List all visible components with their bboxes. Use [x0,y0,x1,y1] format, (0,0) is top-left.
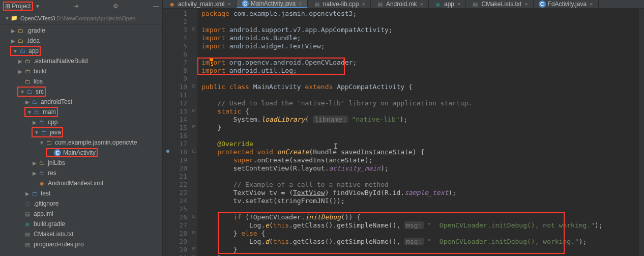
close-icon[interactable]: × [362,1,365,7]
expand-arrow-icon[interactable]: ▶ [24,99,31,105]
code-line[interactable]: import android.util.Log; [201,67,640,75]
fold-toggle[interactable]: ⊟ [190,25,197,33]
expand-arrow-icon[interactable]: ▶ [10,28,16,34]
code-line[interactable] [201,132,640,140]
tree-item[interactable]: ▶🗀build [0,66,162,76]
tree-item[interactable]: ▶🗀test [0,188,162,198]
code-line[interactable]: } [201,246,640,254]
tree-item[interactable]: ▶🗀res [0,168,162,178]
code-line[interactable]: } else { [201,230,640,238]
close-icon[interactable]: × [457,1,460,7]
tree-item[interactable]: ▶🗀.externalNativeBuild [0,56,162,66]
tree-item[interactable]: ▼🗀java [0,127,162,137]
editor-tab[interactable]: CFdActivity.java× [534,0,599,8]
code-line[interactable]: import android.widget.TextView; [201,42,640,50]
code-line[interactable]: import org.opencv.android.OpenCVLoader; [201,59,640,67]
expand-arrow-icon[interactable]: ▶ [32,120,38,125]
tree-item[interactable]: ▶🗀cpp [0,117,162,127]
tree-item[interactable]: ▼🗀com.example.jasmin.opencvte [0,137,162,148]
code-line[interactable]: } [201,254,640,256]
tree-item[interactable]: ▶🗀.gradle [0,25,162,36]
tree-item[interactable]: ◉build.gradle [0,219,162,229]
code-line[interactable]: setContentView(R.layout.activity_main); [201,164,640,173]
tree-item[interactable]: ▼🗀src [0,87,162,97]
code-line[interactable]: Log.e(this.getClass().getSimpleName(), m… [201,221,640,230]
expand-arrow-icon[interactable]: ▶ [17,69,23,74]
fold-toggle[interactable]: ⊟ [190,106,197,115]
code-line[interactable]: import android.support.v7.app.AppCompatA… [201,26,640,34]
fold-gutter[interactable]: ⊟⊟⊟⊟⊟⊟⊟⊟⊟ [190,9,197,256]
editor-tab[interactable]: CMainActivity.java× [237,0,308,8]
expand-arrow-icon[interactable]: ▼ [12,48,18,54]
close-icon[interactable]: × [299,1,302,7]
chevron-down-icon[interactable]: ▾ [36,3,39,10]
fold-toggle[interactable]: ⊟ [190,229,197,237]
tree-item[interactable]: ◌.gitignore [0,198,162,209]
tree-item[interactable]: CMainActivity [0,148,162,158]
expand-arrow-icon[interactable]: ▶ [24,191,31,196]
code-line[interactable]: System.loadLibrary( libname: "native-lib… [201,116,640,124]
code-line[interactable]: TextView tv = (TextView) findViewById(R.… [201,189,640,197]
scrollbar[interactable] [639,9,644,256]
code-line[interactable]: // Example of a call to a native method [201,181,640,189]
code-line[interactable]: public class MainActivity extends AppCom… [201,83,640,91]
code-line[interactable] [201,205,640,213]
code-line[interactable]: static { [201,107,640,116]
override-gutter-icon[interactable]: ● [163,147,173,155]
code-line[interactable]: tv.setText(stringFromJNI()); [201,197,640,205]
tree-item[interactable]: ▶🗀.idea [0,36,162,46]
code-line[interactable]: super.onCreate(savedInstanceState); [201,156,640,164]
expand-arrow-icon[interactable]: ▶ [10,38,16,44]
tree-item[interactable]: ▶🗀jniLibs [0,158,162,168]
expand-arrow-icon[interactable]: ▶ [32,170,38,176]
editor-tab[interactable]: ◆activity_main.xml× [163,0,237,8]
editor[interactable]: ● 12345678910111213141516171819202122232… [163,9,644,256]
code-line[interactable]: package com.example.jasmin.opencvtest3; [201,10,640,18]
fold-toggle[interactable]: ⊟ [190,212,197,220]
tree-item[interactable]: ▶🗀androidTest [0,97,162,107]
expand-arrow-icon[interactable]: ▼ [19,89,25,95]
editor-tab[interactable]: ▤CMakeLists.txt× [466,0,533,8]
fold-toggle[interactable]: ⊟ [190,123,197,131]
code-line[interactable]: @Override [201,140,640,148]
collapse-icon[interactable]: ⇥ [73,3,78,10]
fold-toggle[interactable]: ⊟ [190,147,197,155]
close-icon[interactable]: × [524,1,528,7]
tree-item[interactable]: ▤proguard-rules.pro [0,239,162,249]
code-line[interactable] [201,75,640,83]
fold-toggle[interactable]: ⊟ [190,253,197,256]
editor-tab[interactable]: ▤native-lib.cpp× [308,0,371,8]
code-line[interactable] [201,18,640,26]
tree-item[interactable]: ▼🗀main [0,107,162,117]
editor-tab[interactable]: ▤Android.mk× [371,0,429,8]
editor-tab[interactable]: ◉app× [429,0,466,8]
tree-item[interactable]: ▼🗀app [0,46,162,56]
code-area[interactable]: I package com.example.jasmin.opencvtest3… [197,9,644,256]
tree-item[interactable]: 🗀libs [0,76,162,87]
close-icon[interactable]: × [420,1,423,7]
code-line[interactable]: Log.d(this.getClass().getSimpleName(), m… [201,238,640,246]
expand-arrow-icon[interactable]: ▶ [32,160,38,166]
code-line[interactable]: protected void onCreate(Bundle savedInst… [201,148,640,156]
project-tree[interactable]: ▶🗀.gradle▶🗀.idea▼🗀app▶🗀.externalNativeBu… [0,24,162,256]
code-line[interactable] [201,91,640,99]
expand-arrow-icon[interactable]: ▼ [39,140,45,146]
fold-toggle[interactable]: ⊟ [190,245,197,253]
gear-icon[interactable]: ⚙ [113,3,119,10]
close-icon[interactable]: × [590,1,593,7]
expand-arrow-icon[interactable]: ▶ [17,59,23,64]
expand-arrow-icon[interactable]: ▼ [26,109,33,115]
code-line[interactable]: if (!OpenCVLoader.initDebug()) { [201,213,640,221]
code-line[interactable]: import android.os.Bundle; [201,34,640,42]
project-view-selector[interactable]: ⊞ Project [3,2,33,11]
tree-item[interactable]: ◆AndroidManifest.xml [0,178,162,188]
expand-arrow-icon[interactable]: ▼ [34,130,40,135]
tree-item[interactable]: ▤CMakeLists.txt [0,229,162,239]
project-root-row[interactable]: ▼ 📁 OpenCVTest3 D:\NewCompany\projects\O… [0,12,162,24]
expand-arrow-icon[interactable]: ▼ [4,15,10,21]
tree-item[interactable]: ▤app.iml [0,209,162,219]
hide-icon[interactable]: — [153,3,159,10]
fold-toggle[interactable]: ⊟ [190,82,197,90]
code-line[interactable] [201,173,640,181]
code-line[interactable]: } [201,124,640,132]
